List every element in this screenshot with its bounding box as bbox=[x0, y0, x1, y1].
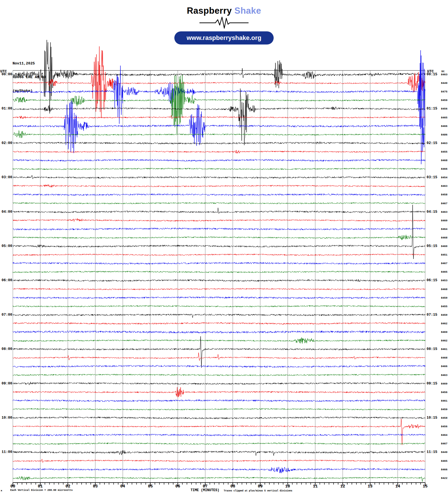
hour-label-left: 11:00 bbox=[0, 450, 12, 454]
dc-offset-value: 8463 bbox=[434, 142, 447, 145]
dc-offset-value: 8465 bbox=[434, 459, 447, 463]
dc-offset-value: 8449 bbox=[434, 82, 447, 85]
seismogram-trace bbox=[13, 254, 425, 256]
dc-offset-value: 8486 bbox=[434, 133, 447, 136]
scale-footnote: Each Vertical Division = 200.00 microvol… bbox=[10, 489, 72, 492]
x-axis-tick-label: 12 bbox=[338, 484, 347, 489]
dc-offset-value: 8450 bbox=[434, 296, 447, 299]
seismogram-trace bbox=[13, 353, 425, 361]
seismogram-trace bbox=[13, 175, 425, 179]
dc-offset-value: 8467 bbox=[434, 442, 447, 445]
dc-offset-value: 8455 bbox=[434, 150, 447, 153]
dc-offset-value: 8475 bbox=[434, 90, 447, 93]
dc-offset-value: 8454 bbox=[434, 176, 447, 179]
x-axis-tick-label: 03 bbox=[91, 484, 100, 489]
seismogram-trace bbox=[13, 477, 425, 482]
seismogram-trace bbox=[13, 208, 425, 214]
dc-offset-value: 8460 bbox=[434, 245, 447, 248]
x-axis-tick-label: 08 bbox=[229, 484, 237, 489]
dc-offset-value: 8450 bbox=[434, 313, 447, 317]
x-axis-tick-label: 02 bbox=[64, 484, 72, 489]
dc-offset-value: 8466 bbox=[434, 125, 447, 128]
seismogram-trace bbox=[13, 374, 425, 376]
hour-label-left: 04:00 bbox=[0, 210, 12, 214]
helicorder-plot bbox=[0, 0, 448, 494]
x-axis-tick-label: 09 bbox=[256, 484, 265, 489]
seismogram-trace bbox=[13, 159, 425, 161]
seismogram-trace bbox=[13, 95, 425, 164]
seismogram-trace bbox=[13, 235, 425, 240]
hour-label-left: 06:00 bbox=[0, 278, 12, 282]
dc-offset-value: 8449 bbox=[434, 451, 447, 454]
seismogram-trace bbox=[13, 365, 425, 368]
seismogram-trace bbox=[13, 387, 425, 397]
helicorder-page: RaspberryShake www.raspberryshake.org No… bbox=[0, 0, 448, 494]
seismogram-trace bbox=[13, 46, 425, 118]
seismogram-trace bbox=[13, 459, 425, 463]
dc-offset-value: 8466 bbox=[434, 167, 447, 171]
dc-offset-value: 8458 bbox=[434, 193, 447, 196]
seismogram-trace bbox=[13, 450, 425, 455]
dc-offset-value: 8466 bbox=[434, 468, 447, 471]
dc-offset-value: 8458 bbox=[434, 416, 447, 420]
dc-offset-value: 8469 bbox=[434, 331, 447, 334]
dc-offset-value: 8453 bbox=[434, 279, 447, 282]
seismogram-trace bbox=[13, 131, 425, 138]
dc-offset-value: 8463 bbox=[434, 185, 447, 188]
seismogram-trace bbox=[13, 228, 425, 230]
dc-offset-value: 8468 bbox=[434, 356, 447, 359]
dc-offset-value: 8462 bbox=[434, 339, 447, 342]
x-axis-tick-label: 05 bbox=[146, 484, 155, 489]
dc-offset-value: 8463 bbox=[434, 374, 447, 377]
clipping-footnote: Traces clipped at plus/minus 5 vertical … bbox=[224, 489, 292, 492]
seismogram-trace bbox=[13, 443, 425, 445]
dc-offset-value: 8461 bbox=[434, 399, 447, 402]
seismogram-trace bbox=[13, 467, 425, 473]
dc-offset-value: 8465 bbox=[434, 116, 447, 119]
hour-label-left: 05:00 bbox=[0, 244, 12, 248]
seismogram-trace bbox=[13, 288, 425, 290]
dc-offset-value: 8464 bbox=[434, 228, 447, 231]
dc-offset-value: 8466 bbox=[434, 365, 447, 368]
hour-label-left: 07:00 bbox=[0, 313, 12, 317]
dc-offset-value: 8467 bbox=[434, 262, 447, 265]
dc-offset-value: 8456 bbox=[434, 107, 447, 110]
hour-label-left: 10:00 bbox=[0, 416, 12, 420]
seismogram-trace bbox=[13, 419, 425, 445]
seismogram-trace bbox=[13, 434, 425, 436]
dc-offset-value: 8422 bbox=[434, 477, 447, 480]
seismogram-trace bbox=[13, 40, 425, 114]
dc-offset-value: 8460 bbox=[434, 219, 447, 222]
dc-offset-value: 8467 bbox=[434, 202, 447, 205]
seismogram-trace bbox=[13, 337, 425, 343]
seismogram-trace bbox=[13, 194, 425, 196]
x-axis-tick-label: 01 bbox=[36, 484, 45, 489]
seismogram-trace bbox=[13, 279, 425, 282]
seismogram-trace bbox=[13, 297, 425, 299]
hour-label-left: 02:00 bbox=[0, 141, 12, 145]
x-axis-tick-label: 14 bbox=[393, 484, 402, 489]
dc-offset-value: 8468 bbox=[434, 288, 447, 291]
dc-offset-value: 8463 bbox=[434, 210, 447, 214]
dc-offset-value: 8456 bbox=[434, 425, 447, 428]
x-axis-tick-label: 00 bbox=[9, 484, 17, 489]
seismogram-trace bbox=[13, 150, 425, 153]
dc-offset-value: 8465 bbox=[434, 270, 447, 274]
hour-label-left: 00:00 bbox=[0, 72, 12, 76]
seismogram-trace bbox=[13, 262, 425, 264]
seismogram-trace bbox=[13, 322, 425, 325]
seismogram-trace bbox=[13, 218, 425, 222]
dc-offset-value: 8464 bbox=[434, 434, 447, 437]
x-axis-tick-label: 07 bbox=[201, 484, 209, 489]
x-axis-title: TIME (MINUTES) bbox=[191, 488, 219, 492]
dc-offset-value: 8461 bbox=[434, 348, 447, 351]
corner-mark: M bbox=[1, 490, 2, 492]
seismogram-trace bbox=[13, 185, 425, 187]
x-axis-tick-label: 06 bbox=[173, 484, 182, 489]
dc-offset-value: 8455 bbox=[434, 305, 447, 308]
seismogram-trace bbox=[13, 382, 425, 385]
hour-label-left: 01:00 bbox=[0, 107, 12, 111]
x-axis-tick-label: 04 bbox=[118, 484, 127, 489]
seismogram-trace bbox=[13, 400, 425, 402]
x-axis-tick-label: 13 bbox=[366, 484, 374, 489]
